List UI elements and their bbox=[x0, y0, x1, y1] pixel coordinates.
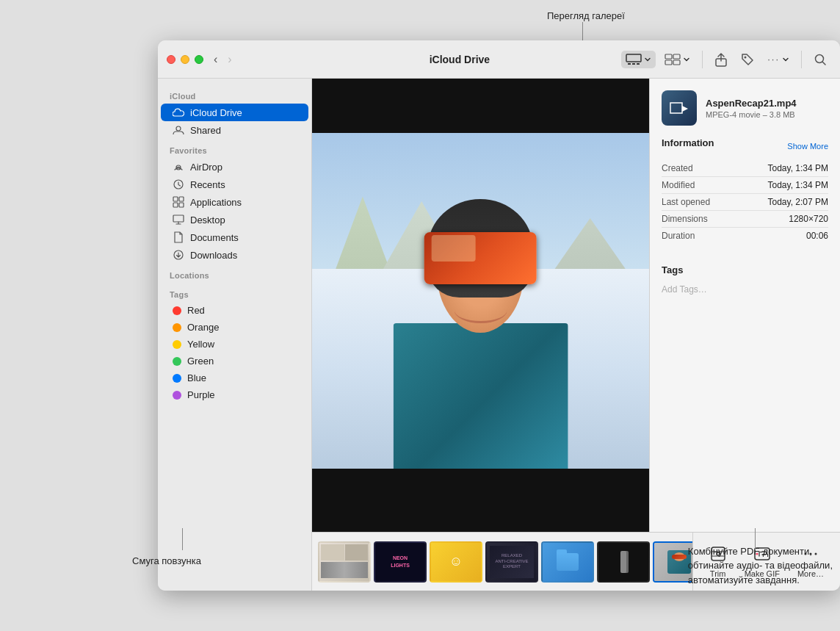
sidebar-item-label: Desktop bbox=[190, 214, 225, 226]
filmstrip-scroll[interactable]: NEONLIGHTS ☺ RELAXEDANTI-CREATIVEEXPERT bbox=[312, 533, 692, 591]
add-tags-field[interactable]: Add Tags… bbox=[662, 281, 828, 298]
sidebar-item-tag-red[interactable]: Red bbox=[161, 302, 308, 319]
maximize-button[interactable] bbox=[195, 55, 203, 64]
info-row-dimensions: Dimensions 1280×720 bbox=[662, 211, 828, 228]
minimize-button[interactable] bbox=[181, 55, 189, 64]
sidebar-item-documents[interactable]: Documents bbox=[161, 228, 308, 246]
sidebar-item-label: Applications bbox=[190, 197, 242, 208]
annotation-gallery-view: Перегляд галереї bbox=[547, 10, 625, 21]
filmstrip-actions: Trim Make GIF bbox=[692, 533, 840, 591]
svg-rect-6 bbox=[665, 60, 672, 65]
sidebar-item-airdrop[interactable]: AirDrop bbox=[161, 158, 308, 176]
tag-blue-dot bbox=[173, 374, 181, 383]
more-actions-icon bbox=[802, 545, 819, 566]
gallery-view-button[interactable] bbox=[621, 51, 656, 68]
svg-rect-18 bbox=[179, 203, 184, 207]
search-button[interactable] bbox=[809, 50, 831, 69]
svg-point-9 bbox=[745, 56, 747, 58]
make-gif-button[interactable]: Make GIF bbox=[737, 541, 787, 583]
close-button[interactable] bbox=[167, 55, 175, 64]
sidebar-tag-label: Green bbox=[187, 356, 214, 367]
tag-purple-dot bbox=[173, 391, 181, 400]
view-options-button[interactable] bbox=[660, 51, 695, 68]
forward-button[interactable]: › bbox=[223, 50, 236, 69]
filmstrip-thumb-2[interactable]: NEONLIGHTS bbox=[374, 541, 427, 583]
sidebar-item-label: iCloud Drive bbox=[190, 107, 242, 118]
sidebar-section-locations: Locations bbox=[158, 264, 311, 283]
sidebar-item-downloads[interactable]: Downloads bbox=[161, 246, 308, 264]
video-preview[interactable] bbox=[312, 79, 649, 532]
nav-buttons: ‹ › bbox=[209, 50, 236, 69]
back-button[interactable]: ‹ bbox=[209, 50, 222, 69]
sidebar-item-tag-yellow[interactable]: Yellow bbox=[161, 336, 308, 353]
info-row-created: Created Today, 1:34 PM bbox=[662, 160, 828, 177]
svg-rect-17 bbox=[173, 203, 178, 207]
sidebar-item-label: Documents bbox=[190, 232, 239, 243]
make-gif-label: Make GIF bbox=[745, 569, 780, 578]
sidebar-item-label: Downloads bbox=[190, 250, 237, 261]
clock-icon bbox=[173, 179, 184, 190]
cloud-icon bbox=[173, 107, 184, 118]
svg-point-26 bbox=[809, 553, 811, 555]
airdrop-icon bbox=[173, 161, 184, 173]
sidebar-tag-label: Yellow bbox=[187, 339, 214, 350]
info-section-title: Information bbox=[662, 137, 714, 148]
sidebar-item-tag-orange[interactable]: Orange bbox=[161, 319, 308, 336]
trim-button[interactable]: Trim bbox=[702, 541, 734, 583]
sidebar-item-label: Recents bbox=[190, 179, 225, 190]
sidebar-item-applications[interactable]: Applications bbox=[161, 193, 308, 211]
make-gif-icon bbox=[753, 545, 771, 566]
sidebar-section-icloud: iCloud bbox=[158, 84, 311, 104]
info-row-modified: Modified Today, 1:34 PM bbox=[662, 177, 828, 194]
show-more-button[interactable]: Show More bbox=[787, 142, 828, 151]
sidebar-item-tag-blue[interactable]: Blue bbox=[161, 369, 308, 386]
traffic-lights bbox=[167, 55, 203, 64]
sidebar-item-recents[interactable]: Recents bbox=[161, 176, 308, 193]
sidebar-item-shared[interactable]: Shared bbox=[161, 121, 308, 139]
info-row-last-opened: Last opened Today, 2:07 PM bbox=[662, 194, 828, 211]
filmstrip-thumb-4[interactable]: RELAXEDANTI-CREATIVEEXPERT bbox=[485, 541, 538, 583]
sidebar-item-label: AirDrop bbox=[190, 162, 222, 173]
sidebar-tag-label: Orange bbox=[187, 322, 219, 333]
svg-rect-15 bbox=[173, 197, 178, 201]
sidebar-tag-label: Blue bbox=[187, 372, 206, 383]
svg-line-11 bbox=[823, 62, 826, 65]
tag-green-dot bbox=[173, 357, 181, 366]
filmstrip-thumb-5[interactable] bbox=[541, 541, 594, 583]
tags-title: Tags bbox=[662, 264, 828, 275]
desktop-icon bbox=[173, 214, 184, 226]
trim-label: Trim bbox=[710, 569, 726, 578]
tag-yellow-dot bbox=[173, 340, 181, 349]
filmstrip-thumb-3[interactable]: ☺ bbox=[430, 541, 482, 583]
toolbar-controls: ··· bbox=[621, 49, 831, 70]
filmstrip-thumb-6[interactable] bbox=[597, 541, 650, 583]
sidebar-tag-label: Red bbox=[187, 305, 205, 316]
file-meta: MPEG-4 movie – 3.8 MB bbox=[706, 110, 828, 119]
svg-rect-0 bbox=[626, 54, 641, 62]
sidebar-item-tag-green[interactable]: Green bbox=[161, 353, 308, 369]
info-panel: AspenRecap21.mp4 MPEG-4 movie – 3.8 MB I… bbox=[649, 79, 840, 532]
tag-red-dot bbox=[173, 306, 181, 315]
tag-orange-dot bbox=[173, 323, 181, 332]
tag-button[interactable] bbox=[736, 50, 758, 69]
share-button[interactable] bbox=[710, 49, 732, 70]
content-body: AspenRecap21.mp4 MPEG-4 movie – 3.8 MB I… bbox=[312, 79, 840, 532]
svg-point-24 bbox=[756, 553, 758, 555]
sidebar-item-label: Shared bbox=[190, 125, 221, 136]
svg-rect-4 bbox=[665, 54, 672, 59]
svg-rect-2 bbox=[632, 63, 635, 65]
shared-icon bbox=[173, 124, 184, 136]
file-header: AspenRecap21.mp4 MPEG-4 movie – 3.8 MB bbox=[662, 90, 828, 126]
sidebar-item-icloud-drive[interactable]: iCloud Drive bbox=[161, 104, 308, 121]
more-actions-label: More… bbox=[797, 569, 824, 578]
svg-point-25 bbox=[804, 553, 806, 555]
filmstrip-thumb-7-active[interactable] bbox=[653, 541, 692, 583]
more-actions-button[interactable]: More… bbox=[790, 541, 831, 583]
more-button[interactable]: ··· bbox=[763, 51, 794, 68]
sidebar-item-tag-purple[interactable]: Purple bbox=[161, 386, 308, 403]
svg-rect-1 bbox=[628, 63, 631, 65]
svg-rect-16 bbox=[179, 197, 184, 201]
documents-icon bbox=[173, 231, 184, 243]
sidebar-item-desktop[interactable]: Desktop bbox=[161, 211, 308, 228]
filmstrip-thumb-1[interactable] bbox=[318, 541, 371, 583]
